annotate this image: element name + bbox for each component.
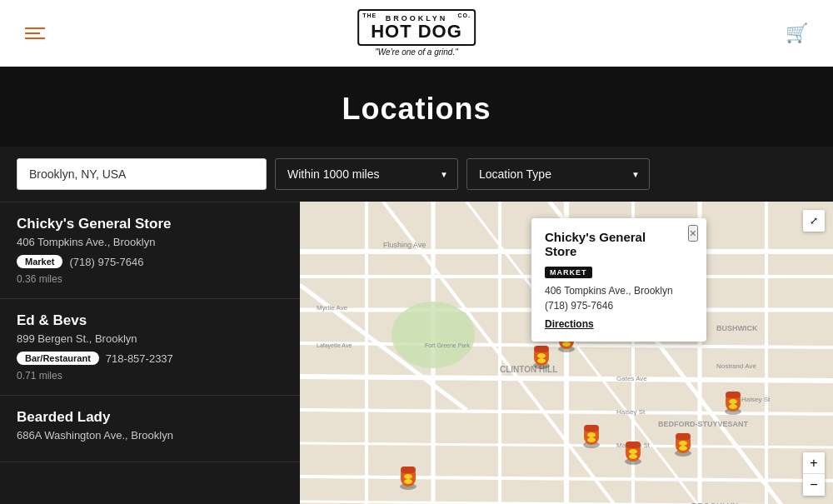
svg-point-70: [729, 399, 737, 404]
map-popup-directions-link[interactable]: Directions: [545, 318, 693, 330]
location-address: 899 Bergen St., Brooklyn: [17, 332, 283, 345]
svg-point-65: [679, 441, 687, 446]
main-content: Within 1000 miles Within 500 miles Withi…: [0, 147, 833, 504]
svg-point-66: [679, 446, 687, 451]
radius-select-wrapper: Within 1000 miles Within 500 miles Withi…: [275, 158, 458, 190]
location-tags: Bar/Restaurant 718-857-2337: [17, 352, 283, 365]
svg-text:Nostrand Ave: Nostrand Ave: [716, 362, 756, 370]
logo-the: THE: [362, 12, 377, 18]
type-select-wrapper: Location Type Market Bar/Restaurant Food…: [466, 158, 650, 190]
map-popup-close-button[interactable]: ×: [688, 225, 698, 242]
hero-section: Locations: [0, 67, 833, 147]
svg-text:Halsey St: Halsey St: [616, 408, 646, 416]
svg-rect-54: [584, 425, 599, 432]
map-popup-address: 406 Tompkins Ave., Brooklyn: [545, 285, 693, 297]
location-phone: 718-857-2337: [106, 352, 173, 365]
svg-rect-69: [726, 392, 741, 398]
svg-rect-59: [626, 442, 641, 448]
svg-text:BUSHWICK: BUSHWICK: [716, 324, 758, 332]
header: THE CO. BROOKLYN HOT DOG "We're one of a…: [0, 0, 833, 67]
location-phone: (718) 975-7646: [69, 256, 143, 268]
list-item[interactable]: Ed & Bevs 899 Bergen St., Brooklyn Bar/R…: [0, 299, 300, 396]
svg-point-61: [629, 454, 637, 459]
svg-text:Flushing Ave: Flushing Ave: [383, 241, 426, 249]
location-address: 406 Tompkins Ave., Brooklyn: [17, 236, 283, 248]
svg-point-71: [729, 404, 737, 409]
map-fullscreen-button[interactable]: ⤢: [803, 210, 825, 232]
map-popup: × Chicky's General Store MARKET 406 Tomp…: [531, 218, 706, 342]
svg-text:BEDFORD-STUYVESANT: BEDFORD-STUYVESANT: [658, 420, 749, 428]
cart-button[interactable]: 🛒: [786, 22, 808, 44]
svg-point-21: [392, 302, 475, 368]
svg-text:Myrtle Ave: Myrtle Ave: [317, 304, 348, 312]
svg-point-76: [404, 479, 412, 484]
map-zoom-in-button[interactable]: +: [803, 452, 825, 474]
map-zoom-controls: + −: [803, 452, 825, 496]
location-list: Chicky's General Store 406 Tompkins Ave.…: [0, 202, 300, 504]
location-distance: 0.36 miles: [17, 273, 283, 285]
svg-point-55: [587, 432, 596, 437]
page-title: Locations: [0, 92, 833, 127]
locations-layout: Chicky's General Store 406 Tompkins Ave.…: [0, 202, 833, 504]
svg-point-46: [562, 342, 571, 347]
location-tag: Bar/Restaurant: [17, 352, 99, 365]
logo-co: CO.: [457, 12, 470, 18]
location-name: Bearded Lady: [17, 409, 283, 426]
svg-rect-74: [401, 467, 416, 473]
svg-point-41: [537, 358, 546, 363]
location-name: Chicky's General Store: [17, 216, 283, 232]
map-area[interactable]: Flushing Ave Myrtle Ave Park Ave CLINTON…: [300, 202, 833, 504]
list-item[interactable]: Chicky's General Store 406 Tompkins Ave.…: [0, 202, 300, 299]
svg-rect-39: [534, 346, 549, 352]
location-tags: Market (718) 975-7646: [17, 255, 283, 268]
svg-rect-64: [676, 433, 691, 440]
map-popup-tag: MARKET: [545, 267, 592, 278]
location-tag: Market: [17, 255, 62, 268]
svg-text:Fort Greene Park: Fort Greene Park: [425, 342, 471, 348]
svg-point-40: [537, 353, 546, 358]
location-distance: 0.71 miles: [17, 370, 283, 382]
location-address: 686A Washington Ave., Brooklyn: [17, 429, 283, 442]
location-search-input[interactable]: [17, 158, 267, 190]
svg-point-75: [404, 474, 412, 479]
map-zoom-out-button[interactable]: −: [803, 474, 825, 496]
site-logo: THE CO. BROOKLYN HOT DOG "We're one of a…: [357, 9, 476, 57]
svg-text:Halsey St: Halsey St: [741, 396, 771, 403]
hamburger-button[interactable]: [25, 27, 45, 39]
radius-select[interactable]: Within 1000 miles Within 500 miles Withi…: [275, 158, 458, 190]
list-item[interactable]: Bearded Lady 686A Washington Ave., Brook…: [0, 396, 300, 462]
location-name: Ed & Bevs: [17, 312, 283, 329]
map-popup-phone: (718) 975-7646: [545, 300, 693, 312]
svg-point-60: [629, 449, 637, 454]
logo-brand-main: HOT DOG: [371, 22, 462, 41]
map-popup-name: Chicky's General Store: [545, 230, 693, 258]
svg-text:Gates Ave: Gates Ave: [616, 375, 647, 382]
svg-text:Lafayette Ave: Lafayette Ave: [317, 342, 352, 349]
search-bar: Within 1000 miles Within 500 miles Withi…: [0, 147, 833, 202]
svg-point-56: [587, 437, 596, 442]
type-select[interactable]: Location Type Market Bar/Restaurant Food…: [466, 158, 650, 190]
logo-tagline: "We're one of a grind.": [375, 47, 457, 57]
